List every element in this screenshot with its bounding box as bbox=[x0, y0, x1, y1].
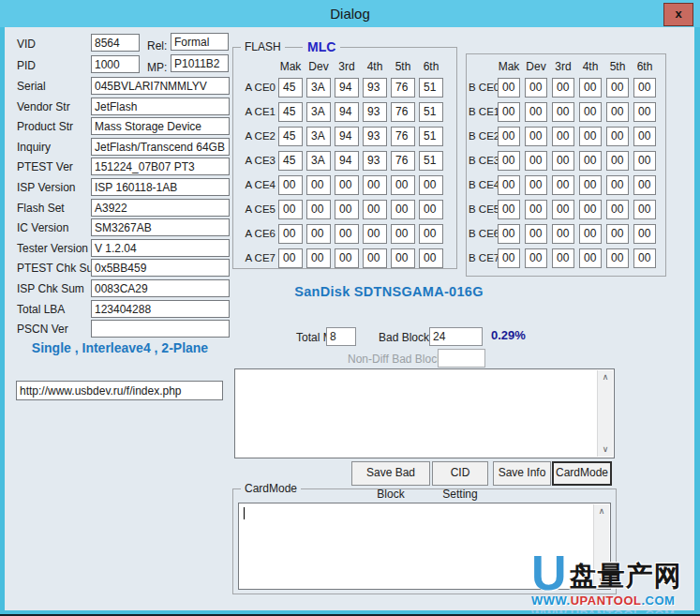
flash-id-cell[interactable]: 00 bbox=[498, 224, 520, 244]
flash-id-cell[interactable]: 00 bbox=[525, 127, 547, 146]
flash-id-cell[interactable]: 94 bbox=[335, 151, 359, 171]
flash-id-cell[interactable]: 00 bbox=[552, 175, 574, 195]
vid-field[interactable]: 8564 bbox=[91, 34, 140, 52]
flash-id-cell[interactable]: 93 bbox=[363, 102, 387, 122]
mp-field[interactable]: P1011B2 bbox=[171, 54, 229, 72]
flash-id-cell[interactable]: 00 bbox=[606, 200, 629, 219]
flash-id-cell[interactable]: 00 bbox=[579, 248, 602, 268]
flash-id-cell[interactable]: 00 bbox=[633, 78, 656, 98]
flash-id-cell[interactable]: 00 bbox=[363, 224, 387, 244]
flash-id-cell[interactable]: 00 bbox=[363, 248, 387, 268]
flash-id-cell[interactable]: 00 bbox=[525, 175, 547, 195]
scroll-down-icon[interactable]: ∨ bbox=[598, 443, 613, 457]
text-field[interactable]: JetFlash/Transcend 64GB bbox=[91, 138, 230, 156]
flash-id-cell[interactable]: 00 bbox=[363, 200, 387, 219]
flash-id-cell[interactable]: 00 bbox=[306, 224, 331, 244]
scroll-up-icon[interactable]: ∧ bbox=[598, 370, 613, 384]
flash-id-cell[interactable]: 76 bbox=[391, 78, 415, 98]
flash-id-cell[interactable]: 00 bbox=[498, 151, 520, 171]
flash-id-cell[interactable]: 00 bbox=[306, 200, 331, 219]
flash-id-cell[interactable]: 00 bbox=[525, 224, 547, 244]
flash-id-cell[interactable]: 00 bbox=[363, 175, 387, 195]
flash-id-cell[interactable]: 00 bbox=[552, 102, 574, 122]
flash-id-cell[interactable]: 00 bbox=[552, 78, 574, 98]
flash-id-cell[interactable]: 00 bbox=[606, 224, 629, 244]
close-button[interactable]: x bbox=[663, 3, 693, 26]
flash-id-cell[interactable]: 00 bbox=[525, 102, 547, 122]
flash-id-cell[interactable]: 00 bbox=[498, 175, 520, 195]
flash-id-cell[interactable]: 76 bbox=[391, 127, 415, 146]
url-field[interactable]: http://www.usbdev.ru/f/index.php bbox=[16, 381, 223, 400]
flash-id-cell[interactable]: 3A bbox=[306, 151, 331, 171]
flash-id-cell[interactable]: 00 bbox=[579, 78, 602, 98]
text-field[interactable]: ISP 160118-1AB bbox=[91, 178, 230, 196]
flash-id-cell[interactable]: 93 bbox=[363, 151, 387, 171]
flash-id-cell[interactable]: 00 bbox=[391, 224, 415, 244]
flash-id-cell[interactable]: 45 bbox=[278, 78, 303, 98]
text-field[interactable]: Mass Storage Device bbox=[91, 117, 230, 135]
bad-block-field[interactable]: 24 bbox=[429, 327, 483, 346]
flash-id-cell[interactable]: 94 bbox=[335, 127, 359, 146]
flash-id-cell[interactable]: 76 bbox=[391, 102, 415, 122]
flash-id-cell[interactable]: 00 bbox=[633, 102, 656, 122]
flash-id-cell[interactable]: 00 bbox=[419, 224, 443, 244]
text-field[interactable]: SM3267AB bbox=[91, 218, 230, 236]
flash-id-cell[interactable]: 45 bbox=[278, 127, 303, 146]
flash-id-cell[interactable]: 00 bbox=[552, 224, 574, 244]
flash-id-cell[interactable]: 00 bbox=[525, 78, 547, 98]
flash-id-cell[interactable]: 00 bbox=[335, 200, 359, 219]
flash-id-cell[interactable]: 00 bbox=[552, 248, 574, 268]
flash-id-cell[interactable]: 00 bbox=[498, 78, 520, 98]
flash-id-cell[interactable]: 51 bbox=[419, 151, 443, 171]
flash-id-cell[interactable]: 51 bbox=[419, 78, 443, 98]
flash-id-cell[interactable]: 51 bbox=[419, 102, 443, 122]
flash-id-cell[interactable]: 45 bbox=[278, 102, 303, 122]
flash-id-cell[interactable]: 00 bbox=[335, 175, 359, 195]
flash-id-cell[interactable]: 3A bbox=[306, 102, 331, 122]
text-field[interactable]: JetFlash bbox=[91, 98, 230, 115]
flash-id-cell[interactable]: 45 bbox=[278, 151, 303, 171]
flash-id-cell[interactable]: 3A bbox=[306, 78, 331, 98]
text-field[interactable]: 123404288 bbox=[91, 300, 230, 318]
flash-id-cell[interactable]: 00 bbox=[419, 200, 443, 219]
flash-id-cell[interactable]: 00 bbox=[633, 175, 656, 195]
flash-id-cell[interactable]: 93 bbox=[363, 127, 387, 146]
flash-id-cell[interactable]: 00 bbox=[579, 102, 602, 122]
flash-id-cell[interactable]: 00 bbox=[525, 151, 547, 171]
text-field[interactable] bbox=[91, 320, 230, 338]
pid-field[interactable]: 1000 bbox=[91, 55, 140, 73]
text-field[interactable]: V 1.2.04 bbox=[91, 239, 230, 257]
flash-id-cell[interactable]: 00 bbox=[278, 224, 303, 244]
flash-id-cell[interactable]: 00 bbox=[552, 200, 574, 219]
flash-id-cell[interactable]: 51 bbox=[419, 127, 443, 146]
flash-id-cell[interactable]: 00 bbox=[335, 248, 359, 268]
flash-id-cell[interactable]: 93 bbox=[363, 78, 387, 98]
non-diff-bad-block-field[interactable] bbox=[438, 349, 485, 368]
flash-id-cell[interactable]: 00 bbox=[633, 127, 656, 146]
flash-id-cell[interactable]: 00 bbox=[552, 151, 574, 171]
flash-id-cell[interactable]: 00 bbox=[633, 200, 656, 219]
flash-id-cell[interactable]: 00 bbox=[391, 248, 415, 268]
flash-id-cell[interactable]: 00 bbox=[579, 175, 602, 195]
flash-id-cell[interactable]: 00 bbox=[552, 127, 574, 146]
text-field[interactable]: 0083CA29 bbox=[91, 279, 230, 297]
flash-id-cell[interactable]: 00 bbox=[633, 224, 656, 244]
text-field[interactable]: 151224_07B07 PT3 bbox=[91, 158, 230, 175]
cardmode-button[interactable]: CardMode bbox=[552, 461, 612, 486]
flash-id-cell[interactable]: 00 bbox=[498, 127, 520, 146]
flash-id-cell[interactable]: 76 bbox=[391, 151, 415, 171]
flash-id-cell[interactable]: 00 bbox=[391, 175, 415, 195]
save-bad-block-button[interactable]: Save Bad Block bbox=[351, 461, 430, 486]
flash-id-cell[interactable]: 00 bbox=[391, 200, 415, 219]
flash-id-cell[interactable]: 00 bbox=[498, 102, 520, 122]
text-field[interactable]: 045BVLARI7NMMLYV bbox=[91, 77, 230, 95]
flash-id-cell[interactable]: 00 bbox=[306, 175, 331, 195]
flash-id-cell[interactable]: 00 bbox=[606, 127, 629, 146]
flash-id-cell[interactable]: 00 bbox=[525, 200, 547, 219]
flash-id-cell[interactable]: 94 bbox=[335, 102, 359, 122]
titlebar[interactable]: Dialog x bbox=[0, 0, 700, 27]
flash-id-cell[interactable]: 00 bbox=[579, 224, 602, 244]
flash-id-cell[interactable]: 00 bbox=[606, 151, 629, 171]
total-mu-field[interactable]: 8 bbox=[326, 327, 356, 346]
flash-id-cell[interactable]: 00 bbox=[606, 248, 629, 268]
